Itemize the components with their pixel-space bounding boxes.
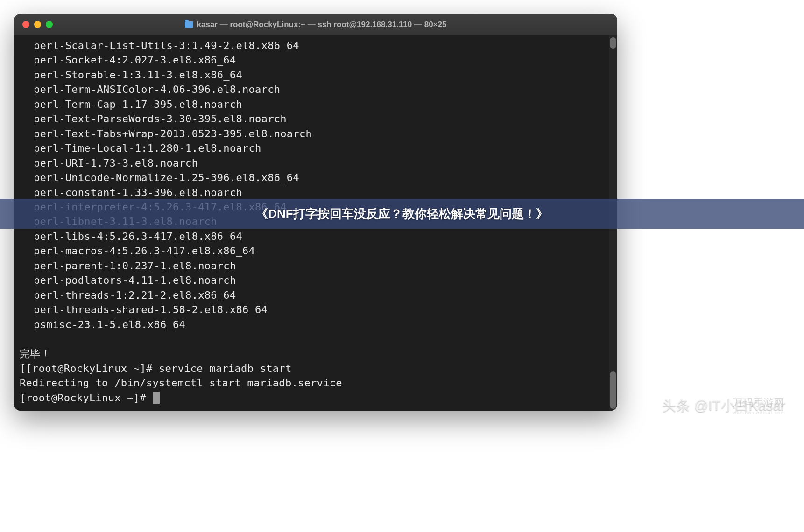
- maximize-button[interactable]: [46, 21, 53, 28]
- watermark-site: 万玛手游网 wanmamedical.com: [733, 396, 785, 415]
- package-line: perl-parent-1:0.237-1.el8.noarch: [20, 259, 614, 273]
- package-line: perl-podlators-4.11-1.el8.noarch: [20, 273, 614, 287]
- shell-prompt-line: [root@RockyLinux ~]#: [20, 391, 614, 405]
- package-line: perl-Unicode-Normalize-1.25-396.el8.x86_…: [20, 170, 614, 185]
- window-title: kasar — root@RockyLinux:~ — ssh root@192…: [197, 20, 447, 29]
- window-title-area: kasar — root@RockyLinux:~ — ssh root@192…: [22, 20, 609, 29]
- shell-prompt-line: [[root@RockyLinux ~]# service mariadb st…: [20, 361, 614, 376]
- minimize-button[interactable]: [34, 21, 41, 28]
- complete-message: 完毕！: [20, 347, 614, 361]
- package-line: perl-Storable-1:3.11-3.el8.x86_64: [20, 68, 614, 82]
- watermark-site-name: 万玛手游网: [733, 397, 784, 408]
- blank-line: [20, 332, 614, 346]
- window-titlebar: kasar — root@RockyLinux:~ — ssh root@192…: [14, 14, 617, 35]
- watermark-site-url: wanmamedical.com: [733, 410, 785, 415]
- cursor: [153, 392, 160, 404]
- overlay-banner: 《DNF打字按回车没反应？教你轻松解决常见问题！》: [0, 199, 804, 229]
- scrollbar-thumb[interactable]: [610, 371, 616, 409]
- traffic-lights: [22, 21, 53, 28]
- package-line: perl-URI-1.73-3.el8.noarch: [20, 156, 614, 170]
- package-line: perl-Scalar-List-Utils-3:1.49-2.el8.x86_…: [20, 38, 614, 53]
- command-text: service mariadb start: [159, 363, 291, 374]
- package-line: perl-macros-4:5.26.3-417.el8.x86_64: [20, 244, 614, 258]
- folder-icon: [185, 21, 193, 28]
- redirect-message: Redirecting to /bin/systemctl start mari…: [20, 376, 614, 390]
- package-line: perl-Term-ANSIColor-4.06-396.el8.noarch: [20, 82, 614, 97]
- package-line: perl-Time-Local-1:1.280-1.el8.noarch: [20, 141, 614, 155]
- package-line: perl-Text-Tabs+Wrap-2013.0523-395.el8.no…: [20, 126, 614, 141]
- package-line: perl-Socket-4:2.027-3.el8.x86_64: [20, 53, 614, 67]
- package-line: perl-Term-Cap-1.17-395.el8.noarch: [20, 97, 614, 112]
- package-line: perl-constant-1.33-396.el8.noarch: [20, 185, 614, 200]
- close-button[interactable]: [22, 21, 29, 28]
- prompt-prefix: [[root@RockyLinux ~]#: [20, 363, 159, 374]
- package-line: perl-threads-1:2.21-2.el8.x86_64: [20, 288, 614, 302]
- overlay-text: 《DNF打字按回车没反应？教你轻松解决常见问题！》: [256, 206, 548, 222]
- package-line: perl-threads-shared-1.58-2.el8.x86_64: [20, 302, 614, 317]
- package-line: psmisc-23.1-5.el8.x86_64: [20, 317, 614, 332]
- scrollbar-indicator-top: [610, 37, 616, 49]
- prompt-prefix: [root@RockyLinux ~]#: [20, 392, 152, 404]
- package-line: perl-libs-4:5.26.3-417.el8.x86_64: [20, 229, 614, 244]
- package-line: perl-Text-ParseWords-3.30-395.el8.noarch: [20, 112, 614, 126]
